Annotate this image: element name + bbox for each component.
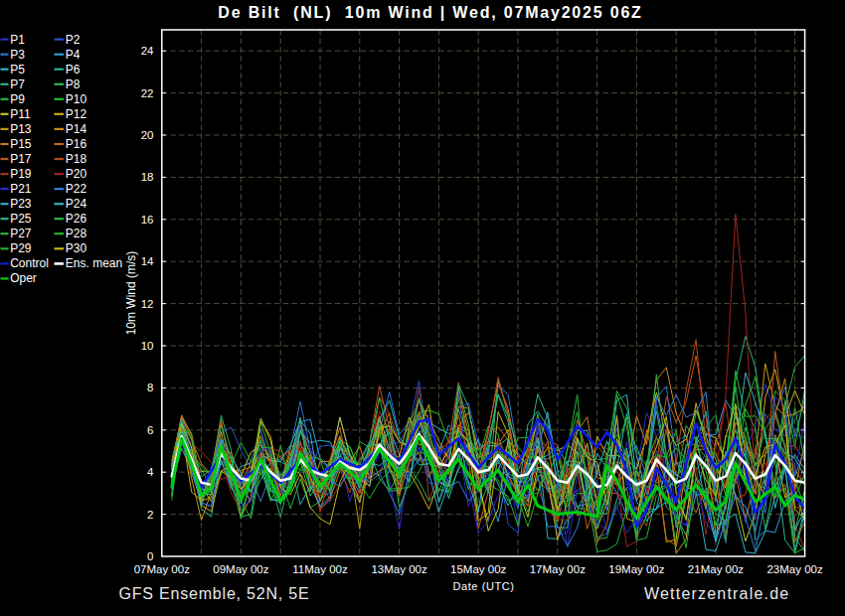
svg-text:2: 2 [147,509,153,521]
svg-text:P7: P7 [10,77,25,91]
svg-text:P29: P29 [10,241,32,255]
svg-text:P9: P9 [10,92,25,106]
svg-text:Oper: Oper [10,271,37,285]
svg-text:P8: P8 [66,77,81,91]
svg-text:P22: P22 [66,182,87,196]
svg-text:10: 10 [141,340,154,352]
svg-text:19May 00z: 19May 00z [608,563,665,575]
svg-text:0: 0 [147,550,153,562]
svg-text:P20: P20 [66,167,87,181]
svg-text:21May 00z: 21May 00z [688,563,745,575]
svg-text:07May 00z: 07May 00z [134,563,191,575]
svg-text:P17: P17 [10,152,32,166]
svg-text:22: 22 [141,87,154,99]
svg-text:P6: P6 [66,63,81,77]
svg-text:P15: P15 [10,137,32,151]
svg-text:24: 24 [141,45,154,57]
svg-text:P16: P16 [66,137,87,151]
svg-text:12: 12 [141,298,154,310]
svg-text:P18: P18 [66,152,87,166]
svg-text:GFS Ensemble, 52N, 5E: GFS Ensemble, 52N, 5E [119,585,310,602]
svg-text:4: 4 [147,466,154,478]
svg-text:15May 00z: 15May 00z [450,563,507,575]
svg-text:P25: P25 [10,212,32,226]
svg-text:16: 16 [141,214,154,226]
svg-text:P1: P1 [10,33,25,47]
svg-text:P21: P21 [10,182,32,196]
svg-text:P28: P28 [66,227,87,240]
svg-text:14: 14 [141,255,154,267]
svg-text:8: 8 [147,382,153,393]
svg-text:P27: P27 [10,227,32,240]
svg-text:P14: P14 [66,122,87,136]
svg-text:Wetterzentrale.de: Wetterzentrale.de [644,585,789,602]
svg-text:P4: P4 [66,48,81,62]
svg-text:6: 6 [147,424,153,436]
svg-text:23May 00z: 23May 00z [766,563,823,575]
svg-text:P2: P2 [66,33,81,47]
svg-text:13May 00z: 13May 00z [371,563,427,575]
svg-text:10m Wind (m/s): 10m Wind (m/s) [124,251,138,336]
svg-text:P13: P13 [10,122,32,136]
svg-text:P26: P26 [66,212,87,226]
svg-text:Ens. mean: Ens. mean [66,256,122,270]
svg-text:P12: P12 [66,107,87,121]
svg-text:09May 00z: 09May 00z [213,563,269,575]
svg-text:18: 18 [141,171,154,183]
svg-text:P19: P19 [10,167,32,181]
svg-text:17May 00z: 17May 00z [530,563,587,575]
svg-text:De Bilt (NL) 10m Wind | Wed,: De Bilt (NL) 10m Wind | Wed, 07May2025 0… [218,4,642,21]
svg-text:P10: P10 [66,92,87,106]
svg-text:Date (UTC): Date (UTC) [452,580,514,592]
svg-text:P24: P24 [66,197,87,211]
svg-text:Control: Control [10,256,49,270]
svg-text:P3: P3 [10,48,25,62]
svg-text:P30: P30 [66,241,87,255]
svg-text:11May 00z: 11May 00z [292,563,348,575]
svg-text:20: 20 [141,129,154,141]
svg-text:P23: P23 [10,197,32,211]
svg-text:P5: P5 [10,63,25,77]
svg-text:P11: P11 [10,107,31,121]
